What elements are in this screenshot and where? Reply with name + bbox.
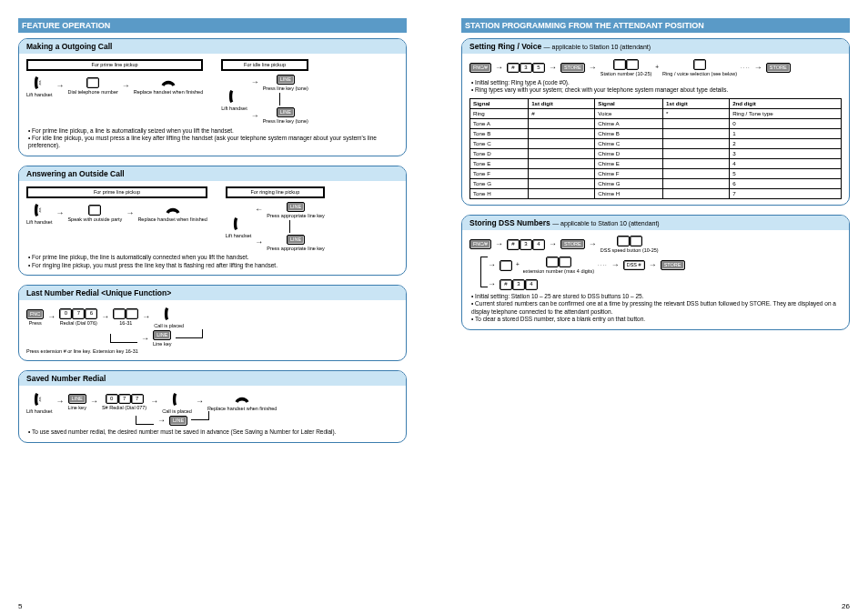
card-title: Making a Outgoing Call — [19, 39, 406, 54]
card-set-ring-voice: Setting Ring / Voice — applicable to Sta… — [461, 38, 850, 206]
fnc-key: FNC/# — [469, 63, 491, 73]
card-store-dss: Storing DSS Numbers — applicable to Stat… — [461, 215, 850, 329]
call-placed-icon — [171, 391, 184, 408]
lift-handset-icon — [33, 202, 45, 218]
left-column: FEATURE OPERATION Making a Outgoing Call… — [18, 18, 407, 452]
line-key: LINE — [277, 107, 295, 117]
frame-prime-pickup: For prime line pickup — [26, 186, 207, 198]
table-row: Tone HChime H7 — [470, 189, 842, 199]
arrow-icon: → — [122, 81, 130, 92]
card-outgoing-call: Making a Outgoing Call For prime line pi… — [18, 38, 407, 156]
card-title: Storing DSS Numbers — applicable to Stat… — [462, 216, 849, 230]
table-row: Ring#Voice*Ring / Tone type — [470, 108, 842, 118]
ring-voice-table: Signal 1st digit Signal 1st digit 2nd di… — [469, 98, 842, 200]
store-key: STORE — [560, 239, 585, 249]
frame-idle-pickup: For idle line pickup — [221, 59, 308, 71]
line-key: LINE — [277, 75, 295, 85]
speak-key — [88, 205, 101, 216]
note: • For idle line pickup, you must press a… — [28, 135, 399, 150]
page-number-right: 26 — [842, 602, 850, 610]
fnc-key: FNC/# — [469, 239, 491, 249]
note: • For prime line pickup, a line is autom… — [28, 127, 399, 135]
table-row: Tone DChime D3 — [470, 149, 842, 159]
hangup-icon — [234, 394, 250, 405]
table-row: Tone AChime A0 — [470, 118, 842, 128]
table-row: Tone CChime C2 — [470, 138, 842, 148]
hangup-icon — [160, 77, 177, 88]
store-key: STORE — [766, 63, 791, 73]
frame-ringing-pickup: For ringing line pickup — [226, 186, 325, 198]
line-key: LINE — [153, 330, 171, 340]
right-section-bar: STATION PROGRAMMING FROM THE ATTENDANT P… — [461, 18, 850, 33]
store-key: STORE — [560, 63, 585, 73]
line-key: LINE — [287, 235, 305, 245]
line-key: LINE — [169, 416, 187, 426]
card-last-number-redial: Last Number Redial <Unique Function> FNC… — [18, 285, 407, 360]
frame-prime-pickup: For prime line pickup — [26, 59, 203, 71]
page-number-left: 5 — [18, 602, 22, 610]
lift-handset-icon — [33, 391, 45, 408]
lift-handset-icon — [232, 216, 245, 232]
left-section-bar: FEATURE OPERATION — [18, 18, 407, 33]
arrow-icon: → — [56, 81, 64, 92]
card-answer-call: Answering an Outside Call For prime line… — [18, 166, 407, 276]
dss-key: DSS # — [623, 260, 645, 270]
fnc-key: FNC — [26, 309, 44, 319]
dial-key — [86, 77, 99, 88]
table-row: Tone BChime B1 — [470, 128, 842, 138]
table-row: Tone GChime G6 — [470, 179, 842, 189]
right-column: STATION PROGRAMMING FROM THE ATTENDANT P… — [461, 18, 850, 452]
card-title: Answering an Outside Call — [19, 166, 406, 181]
lift-handset-icon — [33, 75, 45, 91]
table-row: Tone EChime E4 — [470, 159, 842, 169]
table-row: Tone FChime F5 — [470, 169, 842, 179]
call-placed-icon — [163, 306, 176, 322]
card-title: Last Number Redial <Unique Function> — [19, 286, 406, 300]
hangup-icon — [165, 205, 181, 216]
lift-handset-icon — [227, 88, 240, 105]
line-key: LINE — [287, 202, 305, 212]
line-key: LINE — [68, 394, 86, 404]
card-title: Setting Ring / Voice — applicable to Sta… — [462, 39, 849, 54]
card-saved-number-redial: Saved Number Redial Lift handset → LINEL… — [18, 370, 407, 443]
store-key: STORE — [661, 260, 685, 270]
card-title: Saved Number Redial — [19, 371, 406, 386]
